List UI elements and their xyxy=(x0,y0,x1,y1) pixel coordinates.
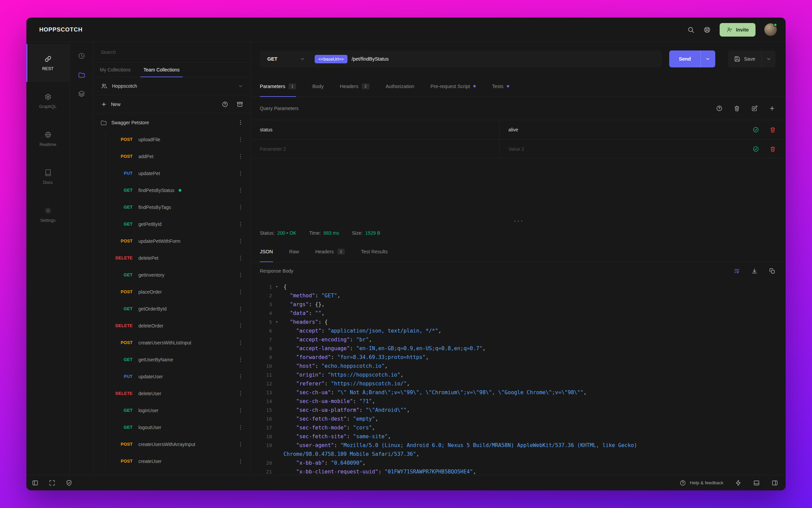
request-menu-icon[interactable] xyxy=(237,204,244,211)
request-menu-icon[interactable] xyxy=(237,153,244,160)
request-menu-icon[interactable] xyxy=(237,390,244,397)
import-export-icon[interactable] xyxy=(236,101,243,108)
collections-tab[interactable]: My Collections xyxy=(93,63,137,77)
url-input[interactable]: <<baseUrl>> /pet/findByStatus xyxy=(311,50,662,67)
request-menu-icon[interactable] xyxy=(237,305,244,312)
request-list-item[interactable]: POST placeOrder xyxy=(93,283,251,300)
request-list-item[interactable]: POST createUser xyxy=(93,453,251,470)
param-delete-icon[interactable] xyxy=(769,146,776,152)
fold-arrow-icon[interactable] xyxy=(272,379,281,388)
collections-icon[interactable] xyxy=(78,71,85,79)
history-icon[interactable] xyxy=(78,52,85,60)
request-menu-icon[interactable] xyxy=(237,238,244,245)
fold-arrow-icon[interactable] xyxy=(272,388,281,397)
request-list-item[interactable]: GET findPetsByStatus xyxy=(93,182,251,199)
request-list-item[interactable]: GET getOrderById xyxy=(93,300,251,317)
request-menu-icon[interactable] xyxy=(237,441,244,448)
request-list-item[interactable]: GET getUserByName xyxy=(93,351,251,368)
new-collection-button[interactable]: New xyxy=(111,102,120,107)
help-feedback-button[interactable]: Help & feedback xyxy=(679,480,723,486)
edit-bulk-icon[interactable] xyxy=(751,105,758,112)
fold-arrow-icon[interactable] xyxy=(272,326,281,335)
fold-arrow-icon[interactable] xyxy=(272,467,281,475)
request-tab[interactable]: Body xyxy=(312,76,323,97)
fold-arrow-icon[interactable] xyxy=(272,423,281,432)
request-list-item[interactable]: PUT updateUser xyxy=(93,368,251,385)
response-tab[interactable]: Test Results xyxy=(361,241,388,262)
fold-arrow-icon[interactable] xyxy=(272,459,281,467)
interceptor-shield-icon[interactable] xyxy=(66,480,72,486)
support-icon[interactable] xyxy=(703,26,711,34)
add-parameter-icon[interactable] xyxy=(769,105,775,112)
wrap-lines-icon[interactable] xyxy=(734,268,740,274)
fold-arrow-icon[interactable] xyxy=(272,397,281,406)
request-list-item[interactable]: GET findPetsByTags xyxy=(93,199,251,216)
fold-arrow-icon[interactable] xyxy=(272,406,281,415)
sidebar-item-graphql[interactable]: GraphQL xyxy=(26,82,69,120)
request-menu-icon[interactable] xyxy=(237,221,244,228)
response-body-viewer[interactable]: 1 ▾ { 2 "method": "GET", 3 xyxy=(251,280,786,475)
request-menu-icon[interactable] xyxy=(237,187,244,194)
request-menu-icon[interactable] xyxy=(237,289,244,295)
download-icon[interactable] xyxy=(751,268,758,274)
toggle-sidebar-icon[interactable] xyxy=(32,480,39,486)
sidebar-item-realtime[interactable]: Realtime xyxy=(26,120,69,158)
collection-folder[interactable]: Swagger Petstore xyxy=(93,114,251,131)
response-tab[interactable]: Raw xyxy=(289,241,299,262)
fold-arrow-icon[interactable] xyxy=(272,344,281,353)
request-list-item[interactable]: DELETE deleteOrder xyxy=(93,317,251,334)
request-menu-icon[interactable] xyxy=(237,424,244,431)
param-value-input[interactable]: alive xyxy=(500,120,742,139)
response-tab[interactable]: JSON xyxy=(260,241,273,262)
fold-arrow-icon[interactable]: ▾ xyxy=(272,318,281,326)
request-list-item[interactable]: DELETE deletePet xyxy=(93,250,251,267)
fold-arrow-icon[interactable]: ▾ xyxy=(272,282,281,291)
fold-arrow-icon[interactable] xyxy=(272,371,281,379)
request-menu-icon[interactable] xyxy=(237,356,244,363)
fold-arrow-icon[interactable] xyxy=(272,353,281,362)
request-list-item[interactable]: POST addPet xyxy=(93,148,251,165)
fold-arrow-icon[interactable] xyxy=(272,441,281,459)
toggle-bottom-panel-icon[interactable] xyxy=(753,480,760,486)
param-delete-icon[interactable] xyxy=(769,126,776,133)
request-list-item[interactable]: GET getInventory xyxy=(93,267,251,283)
request-tab[interactable]: Pre-request Script xyxy=(430,76,476,97)
copy-icon[interactable] xyxy=(769,268,775,274)
folder-menu-icon[interactable] xyxy=(237,119,244,126)
param-key-input[interactable]: Parameter 2 xyxy=(251,140,500,158)
fold-arrow-icon[interactable] xyxy=(272,362,281,371)
request-tab[interactable]: Tests xyxy=(492,76,509,97)
request-menu-icon[interactable] xyxy=(237,272,244,278)
fold-arrow-icon[interactable] xyxy=(272,291,281,300)
invite-button[interactable]: Invite xyxy=(720,23,755,37)
request-list-item[interactable]: GET getPetById xyxy=(93,216,251,233)
fold-arrow-icon[interactable] xyxy=(272,432,281,441)
request-list-item[interactable]: DELETE deleteUser xyxy=(93,385,251,402)
delete-all-icon[interactable] xyxy=(734,105,740,112)
request-menu-icon[interactable] xyxy=(237,373,244,380)
avatar[interactable] xyxy=(764,23,777,36)
team-selector[interactable]: Hoppscotch xyxy=(93,77,251,95)
request-list-item[interactable]: POST uploadFile xyxy=(93,131,251,148)
sidebar-item-docs[interactable]: Docs xyxy=(26,158,69,196)
send-options-chevron-icon[interactable] xyxy=(700,50,715,67)
search-icon[interactable] xyxy=(687,26,695,34)
help-circle-icon[interactable] xyxy=(716,105,723,112)
request-tab[interactable]: Parameters 1 xyxy=(260,76,296,97)
request-menu-icon[interactable] xyxy=(237,458,244,465)
toggle-right-panel-icon[interactable] xyxy=(771,480,778,486)
request-menu-icon[interactable] xyxy=(237,407,244,414)
environments-icon[interactable] xyxy=(78,90,85,98)
save-options-chevron-icon[interactable] xyxy=(761,50,775,67)
fold-arrow-icon[interactable] xyxy=(272,335,281,344)
request-menu-icon[interactable] xyxy=(237,136,244,143)
request-menu-icon[interactable] xyxy=(237,170,244,177)
send-button[interactable]: Send xyxy=(669,50,700,67)
sidebar-item-settings[interactable]: Settings xyxy=(26,196,69,234)
base-url-chip[interactable]: <<baseUrl>> xyxy=(315,55,347,63)
help-circle-icon[interactable] xyxy=(222,101,228,108)
param-value-input[interactable]: Value 2 xyxy=(500,140,742,158)
request-menu-icon[interactable] xyxy=(237,255,244,261)
param-key-input[interactable]: status xyxy=(251,120,500,139)
save-button[interactable]: Save xyxy=(728,50,761,67)
